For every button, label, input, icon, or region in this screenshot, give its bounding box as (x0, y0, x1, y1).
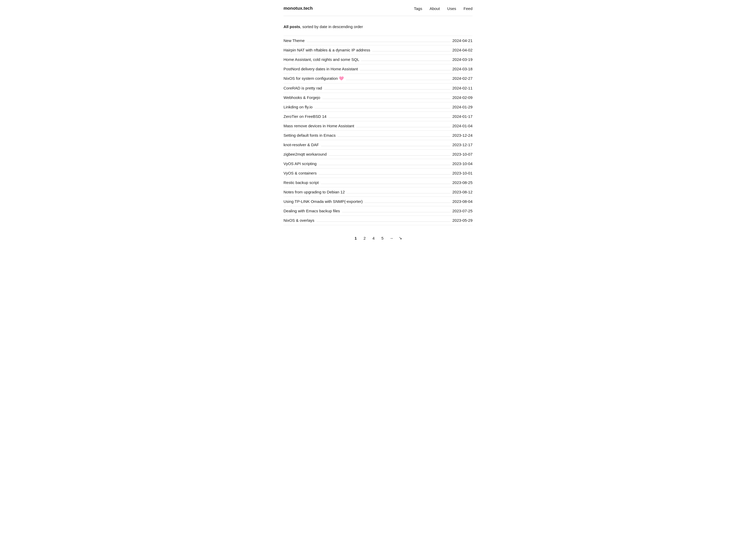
list-item: Linkding on fly.io2024-01-29 (284, 102, 472, 112)
pagination-page-4[interactable]: 4 (371, 236, 376, 241)
post-title-link[interactable]: NixOS & overlays (284, 218, 314, 223)
post-date: 2023-08-04 (452, 199, 472, 204)
post-date: 2024-01-04 (452, 124, 472, 128)
posts-list: New Theme2024-04-21Hairpin NAT with nfta… (284, 36, 472, 225)
post-date: 2023-05-29 (452, 218, 472, 223)
post-date: 2023-12-17 (452, 142, 472, 147)
post-title-link[interactable]: Setting default fonts in Emacs (284, 133, 336, 137)
post-title-link[interactable]: Home Assistant, cold nights and some SQL (284, 57, 359, 62)
pagination: 1245→↘ (284, 236, 472, 241)
list-item: ZeroTier on FreeBSD 142024-01-17 (284, 112, 472, 121)
pagination-page-5[interactable]: 5 (380, 236, 385, 241)
list-item: Dealing with Emacs backup files2023-07-2… (284, 206, 472, 216)
post-title-link[interactable]: VyOS API scripting (284, 161, 317, 166)
list-item: PostNord delivery dates in Home Assistan… (284, 64, 472, 74)
main-nav: TagsAboutUsesFeed (414, 6, 472, 11)
post-spacer (338, 136, 450, 137)
post-spacer (307, 42, 451, 42)
post-title-link[interactable]: Notes from upgrading to Debian 12 (284, 190, 345, 194)
post-date: 2024-02-27 (452, 76, 472, 81)
list-item: Hairpin NAT with nftables & a dynamic IP… (284, 45, 472, 55)
nav-link-tags[interactable]: Tags (414, 6, 422, 11)
post-spacer (319, 165, 450, 165)
post-title-link[interactable]: knot-resolver & DAF (284, 142, 319, 147)
pagination-current: 1 (353, 236, 358, 241)
post-date: 2024-03-18 (452, 67, 472, 71)
post-spacer (329, 118, 451, 118)
list-item: Home Assistant, cold nights and some SQL… (284, 55, 472, 64)
list-item: Mass remove devices in Home Assistant202… (284, 121, 472, 131)
list-item: Setting default fonts in Emacs2023-12-24 (284, 131, 472, 140)
post-date: 2023-07-25 (452, 209, 472, 213)
list-item: VyOS API scripting2023-10-04 (284, 159, 472, 169)
post-date: 2024-04-21 (452, 38, 472, 43)
post-title-link[interactable]: VyOS & containers (284, 171, 317, 175)
post-spacer (342, 212, 450, 212)
post-title-link[interactable]: ZeroTier on FreeBSD 14 (284, 114, 327, 119)
post-title-link[interactable]: PostNord delivery dates in Home Assistan… (284, 67, 358, 71)
site-title[interactable]: monotux.tech (284, 6, 313, 11)
post-spacer (322, 99, 450, 99)
post-spacer (346, 80, 450, 80)
post-spacer (329, 155, 450, 156)
post-title-link[interactable]: Hairpin NAT with nftables & a dynamic IP… (284, 48, 370, 52)
post-title-link[interactable]: zigbee2mqtt workaround (284, 152, 327, 156)
post-date: 2024-01-17 (452, 114, 472, 119)
post-date: 2024-02-11 (452, 86, 472, 90)
post-title-link[interactable]: Dealing with Emacs backup files (284, 209, 340, 213)
list-item: New Theme2024-04-21 (284, 36, 472, 45)
list-item: zigbee2mqtt workaround2023-10-07 (284, 150, 472, 159)
list-item: Webhooks & Forgejo2024-02-09 (284, 93, 472, 102)
post-title-link[interactable]: Restic backup script (284, 180, 319, 185)
post-title-link[interactable]: NixOS for system configuration 🩷 (284, 76, 344, 81)
post-spacer (324, 89, 451, 89)
post-spacer (347, 193, 450, 193)
list-item: Notes from upgrading to Debian 122023-08… (284, 188, 472, 197)
post-date: 2023-08-25 (452, 180, 472, 185)
post-date: 2024-03-19 (452, 57, 472, 62)
list-item: CoreRAD is pretty rad2024-02-11 (284, 83, 472, 93)
list-item: VyOS & containers2023-10-01 (284, 169, 472, 178)
post-spacer (356, 127, 450, 127)
pagination-page-2[interactable]: 2 (362, 236, 367, 241)
list-item: knot-resolver & DAF2023-12-17 (284, 140, 472, 150)
nav-link-feed[interactable]: Feed (463, 6, 472, 11)
post-date: 2024-04-02 (452, 48, 472, 52)
post-title-link[interactable]: Mass remove devices in Home Assistant (284, 124, 354, 128)
pagination-next[interactable]: → (389, 236, 394, 241)
post-spacer (372, 51, 450, 51)
post-spacer (319, 174, 450, 175)
post-date: 2024-02-09 (452, 95, 472, 100)
heading-rest: , sorted by date in descending order (300, 25, 363, 29)
nav-link-uses[interactable]: Uses (447, 6, 456, 11)
post-spacer (361, 61, 450, 61)
post-date: 2023-10-01 (452, 171, 472, 175)
post-title-link[interactable]: Linkding on fly.io (284, 105, 313, 109)
heading-bold: All posts (284, 25, 300, 29)
post-date: 2023-10-07 (452, 152, 472, 156)
nav-link-about[interactable]: About (429, 6, 440, 11)
post-date: 2023-08-12 (452, 190, 472, 194)
page-heading: All posts, sorted by date in descending … (284, 25, 472, 29)
pagination-last[interactable]: ↘ (398, 236, 403, 241)
list-item: NixOS for system configuration 🩷2024-02-… (284, 74, 472, 83)
post-date: 2023-10-04 (452, 161, 472, 166)
post-title-link[interactable]: Using TP-LINK Omada with SNMP(-exporter) (284, 199, 362, 204)
post-date: 2023-12-24 (452, 133, 472, 137)
post-date: 2024-01-29 (452, 105, 472, 109)
post-spacer (321, 146, 450, 146)
list-item: Restic backup script2023-08-25 (284, 178, 472, 188)
post-title-link[interactable]: Webhooks & Forgejo (284, 95, 320, 100)
list-item: NixOS & overlays2023-05-29 (284, 216, 472, 225)
post-title-link[interactable]: CoreRAD is pretty rad (284, 86, 322, 90)
post-title-link[interactable]: New Theme (284, 38, 305, 43)
list-item: Using TP-LINK Omada with SNMP(-exporter)… (284, 197, 472, 206)
post-spacer (315, 108, 451, 108)
